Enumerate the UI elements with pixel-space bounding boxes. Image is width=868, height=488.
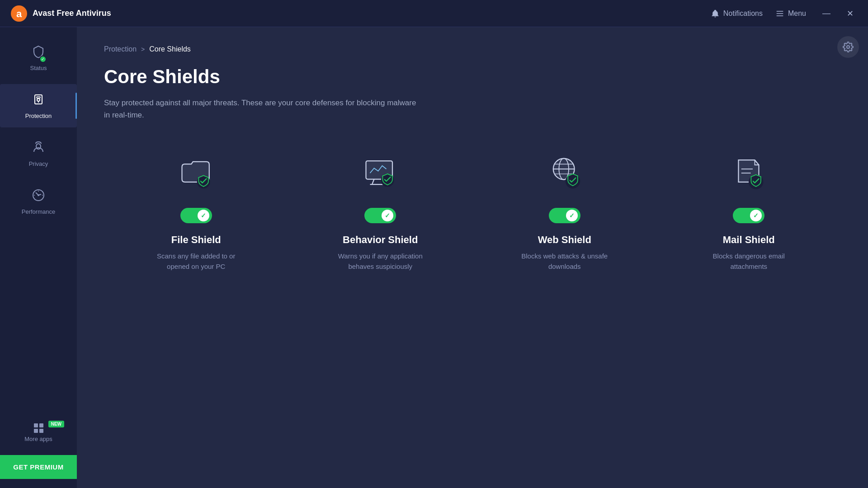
svg-rect-3 [776, 13, 783, 14]
behavior-shield-toggle-wrapper: ✓ [364, 208, 396, 223]
web-shield-toggle[interactable]: ✓ [549, 208, 580, 223]
file-shield-icon-wrapper [171, 148, 221, 198]
behavior-shield-name: Behavior Shield [343, 234, 418, 246]
sidebar-item-performance[interactable]: Performance [0, 180, 77, 223]
close-button[interactable]: ✕ [843, 7, 857, 20]
behavior-shield-desc: Warns you if any application behaves sus… [330, 251, 430, 272]
menu-icon [775, 9, 784, 18]
mail-shield-name: Mail Shield [723, 234, 775, 246]
more-apps-icon [34, 423, 43, 433]
protection-icon [31, 92, 46, 110]
file-shield-toggle[interactable]: ✓ [180, 208, 212, 223]
bell-icon [711, 9, 720, 18]
page-subtitle: Stay protected against all major threats… [104, 97, 420, 121]
sidebar-more-apps-label: More apps [24, 436, 52, 442]
titlebar: a Avast Free Antivirus Notifications Men… [0, 0, 868, 27]
notifications-label: Notifications [723, 9, 763, 18]
mail-shield-card[interactable]: ✓ Mail Shield Blocks dangerous email att… [685, 148, 812, 272]
svg-rect-4 [776, 15, 783, 16]
window-controls: — ✕ [819, 7, 857, 20]
sidebar-performance-label: Performance [22, 208, 55, 215]
settings-button[interactable] [837, 36, 859, 58]
breadcrumb: Protection > Core Shields [104, 45, 841, 53]
app-body: ✓ Status Protection [0, 27, 868, 488]
performance-icon [31, 188, 46, 206]
get-premium-button[interactable]: GET PREMIUM [0, 455, 77, 479]
status-check-badge: ✓ [39, 56, 47, 63]
minimize-button[interactable]: — [819, 7, 834, 20]
svg-text:a: a [16, 8, 22, 19]
behavior-shield-toggle-knob: ✓ [382, 210, 393, 221]
svg-line-15 [372, 179, 374, 185]
sidebar-item-more-apps[interactable]: NEW More apps [0, 415, 77, 450]
file-shield-toggle-knob: ✓ [198, 210, 209, 221]
notifications-button[interactable]: Notifications [711, 9, 763, 18]
svg-rect-2 [776, 11, 783, 12]
web-shield-toggle-knob: ✓ [566, 210, 578, 221]
web-shield-name: Web Shield [538, 234, 591, 246]
mail-shield-toggle-knob: ✓ [750, 210, 762, 221]
sidebar-item-status[interactable]: ✓ Status [0, 36, 77, 80]
svg-point-11 [38, 194, 39, 196]
menu-label: Menu [788, 9, 806, 18]
behavior-shield-toggle[interactable]: ✓ [364, 208, 396, 223]
file-shield-icon [176, 153, 217, 193]
privacy-icon [31, 140, 46, 158]
breadcrumb-protection-link[interactable]: Protection [104, 45, 137, 53]
mail-shield-icon [728, 153, 769, 193]
breadcrumb-separator: > [141, 46, 145, 53]
file-shield-toggle-wrapper: ✓ [180, 208, 212, 223]
page-title: Core Shields [104, 66, 841, 88]
menu-button[interactable]: Menu [775, 9, 806, 18]
web-shield-icon [544, 153, 585, 193]
file-shield-card[interactable]: ✓ File Shield Scans any file added to or… [133, 148, 259, 272]
breadcrumb-current: Core Shields [149, 45, 191, 53]
web-shield-toggle-wrapper: ✓ [549, 208, 580, 223]
sidebar-status-label: Status [30, 65, 47, 71]
mail-shield-icon-wrapper [724, 148, 774, 198]
file-shield-desc: Scans any file added to or opened on you… [146, 251, 246, 272]
app-title: Avast Free Antivirus [33, 9, 111, 18]
avast-logo: a [11, 5, 27, 22]
status-icon: ✓ [31, 44, 46, 62]
mail-shield-desc: Blocks dangerous email attachments [699, 251, 798, 272]
sidebar-item-privacy[interactable]: Privacy [0, 132, 77, 175]
titlebar-left: a Avast Free Antivirus [11, 5, 111, 22]
settings-icon [843, 42, 854, 52]
svg-point-12 [847, 46, 849, 48]
sidebar: ✓ Status Protection [0, 27, 77, 488]
behavior-shield-card[interactable]: ✓ Behavior Shield Warns you if any appli… [317, 148, 443, 272]
sidebar-privacy-label: Privacy [29, 160, 48, 167]
mail-shield-toggle-wrapper: ✓ [733, 208, 764, 223]
file-shield-name: File Shield [171, 234, 221, 246]
main-content: Protection > Core Shields Core Shields S… [77, 27, 868, 488]
web-shield-icon-wrapper [540, 148, 590, 198]
behavior-shield-icon [360, 153, 401, 193]
svg-point-6 [37, 99, 40, 101]
mail-shield-toggle[interactable]: ✓ [733, 208, 764, 223]
svg-rect-8 [37, 97, 40, 98]
sidebar-protection-label: Protection [25, 113, 52, 119]
web-shield-desc: Blocks web attacks & unsafe downloads [515, 251, 614, 272]
new-badge: NEW [48, 421, 64, 427]
sidebar-item-protection[interactable]: Protection [0, 84, 77, 127]
shields-grid: ✓ File Shield Scans any file added to or… [104, 148, 841, 272]
titlebar-right: Notifications Menu — ✕ [711, 7, 857, 20]
behavior-shield-icon-wrapper [355, 148, 405, 198]
web-shield-card[interactable]: ✓ Web Shield Blocks web attacks & unsafe… [501, 148, 628, 272]
